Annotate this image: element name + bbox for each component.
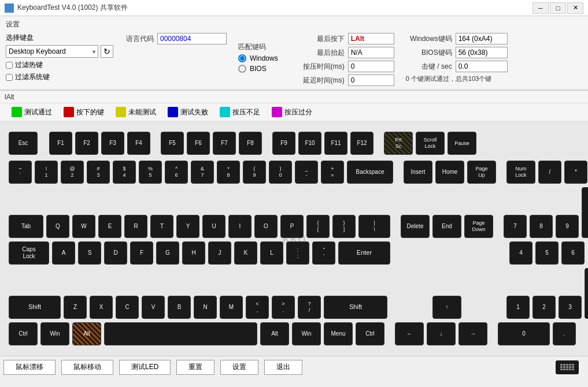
key-i[interactable]: I <box>228 215 252 238</box>
key-z[interactable]: Z <box>64 296 87 319</box>
key-m[interactable]: M <box>220 296 243 319</box>
key-5[interactable]: %5 <box>139 161 162 184</box>
key-j[interactable]: J <box>208 241 231 265</box>
key-shift-right[interactable]: Shift <box>324 296 387 319</box>
key-pagedown[interactable]: PageDown <box>464 215 493 238</box>
key-win-left[interactable]: Win <box>40 322 69 345</box>
key-shift-left[interactable]: Shift <box>9 296 61 319</box>
key-9[interactable]: (9 <box>243 161 266 184</box>
key-alt-left[interactable]: Alt <box>72 322 101 345</box>
key-r[interactable]: R <box>124 215 147 238</box>
key-f12[interactable]: F12 <box>350 132 373 155</box>
key-ctrl-left[interactable]: Ctrl <box>9 322 38 345</box>
key-l[interactable]: L <box>260 241 283 265</box>
filter-syskey-checkbox[interactable] <box>6 74 13 81</box>
key-left[interactable]: ← <box>395 322 424 345</box>
key-capslock[interactable]: CapsLock <box>9 241 49 265</box>
key-a[interactable]: A <box>52 241 75 265</box>
filter-hotkey-checkbox[interactable] <box>6 62 13 69</box>
key-space[interactable] <box>104 322 257 345</box>
key-prtsc[interactable]: PrtSc <box>384 132 413 155</box>
key-menu[interactable]: Menu <box>324 322 353 345</box>
key-num7[interactable]: 7 <box>504 215 527 238</box>
key-7[interactable]: &7 <box>191 161 214 184</box>
key-num2[interactable]: 2 <box>532 296 556 319</box>
key-num-plus[interactable]: + <box>582 187 588 238</box>
key-num-star[interactable]: * <box>564 161 587 184</box>
key-2[interactable]: @2 <box>61 161 84 184</box>
keyboard-select[interactable]: Desktop Keyboard ▾ <box>6 45 98 58</box>
key-f2[interactable]: F2 <box>75 132 98 155</box>
key-3[interactable]: #3 <box>87 161 110 184</box>
key-home[interactable]: Home <box>435 161 464 184</box>
key-k[interactable]: K <box>234 241 257 265</box>
key-f11[interactable]: F11 <box>324 132 347 155</box>
btn-settings[interactable]: 设置 <box>220 360 258 375</box>
btn-mouse-drift[interactable]: 鼠标漂移 <box>3 360 56 375</box>
key-num3[interactable]: 3 <box>559 296 582 319</box>
key-end[interactable]: End <box>432 215 461 238</box>
key-o[interactable]: O <box>254 215 278 238</box>
key-v[interactable]: V <box>142 296 165 319</box>
key-win-right[interactable]: Win <box>292 322 321 345</box>
key-backtick[interactable]: ~` <box>9 161 32 184</box>
key-tab[interactable]: Tab <box>9 215 43 238</box>
key-g[interactable]: G <box>156 241 179 265</box>
key-f4[interactable]: F4 <box>127 132 150 155</box>
restore-button[interactable]: □ <box>550 2 566 14</box>
key-quote[interactable]: "' <box>312 241 335 265</box>
key-4[interactable]: $4 <box>113 161 136 184</box>
key-ctrl-right[interactable]: Ctrl <box>356 322 384 345</box>
btn-exit[interactable]: 退出 <box>264 360 302 375</box>
key-num-slash[interactable]: / <box>538 161 561 184</box>
key-e[interactable]: E <box>98 215 121 238</box>
btn-test-led[interactable]: 测试LED <box>119 360 171 375</box>
key-f3[interactable]: F3 <box>101 132 124 155</box>
key-q[interactable]: Q <box>46 215 69 238</box>
key-f6[interactable]: F6 <box>187 132 210 155</box>
key-p[interactable]: P <box>280 215 304 238</box>
key-lbracket[interactable]: {[ <box>306 215 330 238</box>
key-h[interactable]: H <box>182 241 205 265</box>
key-num4[interactable]: 4 <box>509 241 532 265</box>
key-f7[interactable]: F7 <box>213 132 236 155</box>
key-f10[interactable]: F10 <box>298 132 321 155</box>
key-minus[interactable]: _- <box>295 161 318 184</box>
match-windows-radio[interactable] <box>238 54 246 62</box>
key-y[interactable]: Y <box>176 215 199 238</box>
key-6[interactable]: ^6 <box>165 161 188 184</box>
key-f1[interactable]: F1 <box>49 132 72 155</box>
key-x[interactable]: X <box>90 296 113 319</box>
btn-reset[interactable]: 重置 <box>176 360 215 375</box>
key-1[interactable]: !1 <box>35 161 58 184</box>
key-b[interactable]: B <box>168 296 191 319</box>
key-pageup[interactable]: PageUp <box>467 161 496 184</box>
key-backslash[interactable]: |\ <box>358 215 390 238</box>
key-slash[interactable]: ?/ <box>298 296 321 319</box>
key-s[interactable]: S <box>78 241 101 265</box>
key-enter[interactable]: Enter <box>338 241 390 265</box>
key-down[interactable]: ↓ <box>427 322 456 345</box>
key-backspace[interactable]: Backspace <box>347 161 393 184</box>
key-scroll-lock[interactable]: ScrollLock <box>416 132 445 155</box>
key-d[interactable]: D <box>104 241 127 265</box>
key-esc[interactable]: Esc <box>9 132 38 155</box>
key-semicolon[interactable]: :; <box>286 241 309 265</box>
key-t[interactable]: T <box>150 215 173 238</box>
key-c[interactable]: C <box>116 296 139 319</box>
key-period[interactable]: >. <box>272 296 295 319</box>
key-0[interactable]: )0 <box>269 161 292 184</box>
key-f9[interactable]: F9 <box>272 132 295 155</box>
key-num-dot[interactable]: . <box>553 322 576 345</box>
key-rbracket[interactable]: }] <box>332 215 356 238</box>
close-button[interactable]: ✕ <box>567 2 583 14</box>
key-num5[interactable]: 5 <box>535 241 559 265</box>
refresh-button[interactable]: ↻ <box>101 45 113 58</box>
key-f8[interactable]: F8 <box>239 132 262 155</box>
key-numlock[interactable]: NumLock <box>506 161 535 184</box>
key-num0[interactable]: 0 <box>498 322 550 345</box>
key-num1[interactable]: 1 <box>506 296 530 319</box>
key-num9[interactable]: 9 <box>556 215 579 238</box>
key-num6[interactable]: 6 <box>561 241 585 265</box>
key-right[interactable]: → <box>458 322 487 345</box>
